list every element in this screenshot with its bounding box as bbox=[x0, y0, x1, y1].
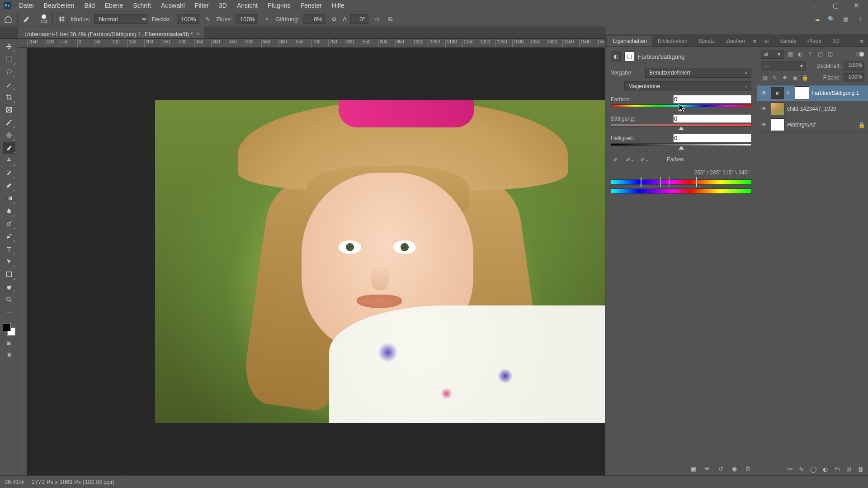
heal-tool[interactable] bbox=[3, 129, 15, 141]
group-icon[interactable]: 🗀 bbox=[833, 465, 841, 474]
hue-slider[interactable] bbox=[611, 104, 751, 108]
brush-preset-picker[interactable]: 213 bbox=[35, 13, 53, 25]
lock-position-icon[interactable]: ✥ bbox=[781, 74, 789, 82]
history-brush-tool[interactable] bbox=[3, 167, 15, 179]
hue-value-input[interactable] bbox=[673, 95, 751, 103]
tab-normal-trunc[interactable]: al bbox=[759, 36, 774, 47]
ruler-origin[interactable] bbox=[18, 39, 27, 48]
layer-row[interactable]: 👁 ◐ ⎘ Farbton/Sättigung 1 bbox=[757, 85, 868, 101]
visibility-icon[interactable]: 👁 bbox=[760, 89, 768, 97]
lock-artboard-icon[interactable]: ▣ bbox=[791, 74, 799, 82]
home-icon[interactable] bbox=[3, 14, 14, 24]
menu-auswahl[interactable]: Auswahl bbox=[156, 0, 189, 10]
trash-icon[interactable]: 🗑 bbox=[743, 465, 752, 474]
quickmask-icon[interactable]: ◙ bbox=[3, 337, 15, 348]
layer-row[interactable]: 👁 Hintergrund 🔒 bbox=[757, 117, 868, 133]
layer-kind-select[interactable]: al▾ bbox=[761, 50, 783, 59]
previous-state-icon[interactable]: ◉ bbox=[730, 465, 739, 474]
gradient-tool[interactable] bbox=[3, 192, 15, 204]
pen-tool[interactable] bbox=[3, 230, 15, 242]
layer-row[interactable]: 👁 child-1423447_1920 bbox=[757, 101, 868, 117]
info-chevron-icon[interactable]: 〉 bbox=[121, 478, 127, 486]
share-icon[interactable]: ⇪ bbox=[855, 14, 865, 24]
layer-name[interactable]: Farbton/Sättigung 1 bbox=[811, 90, 859, 96]
visibility-icon[interactable]: 👁 bbox=[760, 105, 768, 113]
preset-select[interactable]: Benutzerdefiniert ▾ bbox=[645, 68, 751, 78]
zoom-level[interactable]: 36,41% bbox=[5, 479, 24, 485]
targeted-adjust-icon[interactable] bbox=[611, 81, 622, 91]
document-canvas[interactable] bbox=[155, 100, 613, 423]
mask-icon[interactable]: ▢ bbox=[624, 52, 634, 61]
eyedropper-add-icon[interactable]: ✐₊ bbox=[625, 155, 634, 164]
blend-mode-select-layers[interactable]: —▾ bbox=[761, 61, 806, 70]
hue-range-strip-bottom[interactable] bbox=[611, 188, 751, 194]
dodge-tool[interactable] bbox=[3, 218, 15, 230]
layer-mask-icon[interactable]: ◯ bbox=[809, 465, 817, 474]
tab-kanaele[interactable]: Kanäle bbox=[774, 36, 802, 47]
opacity-pressure-icon[interactable]: ✎ bbox=[203, 14, 213, 24]
close-tab-icon[interactable]: × bbox=[197, 31, 200, 37]
saturation-value-input[interactable] bbox=[673, 114, 751, 123]
tab-absatz[interactable]: Absatz bbox=[693, 36, 720, 47]
screenmode-icon[interactable]: ▣ bbox=[3, 349, 15, 360]
link-layers-icon[interactable]: ⚯ bbox=[786, 465, 794, 474]
brush-tool[interactable] bbox=[3, 142, 15, 154]
color-swatch[interactable] bbox=[2, 323, 16, 336]
lock-all-icon[interactable]: 🔒 bbox=[801, 74, 809, 82]
foreground-color[interactable] bbox=[3, 323, 11, 331]
tab-pfade[interactable]: Pfade bbox=[802, 36, 827, 47]
menu-fenster[interactable]: Fenster bbox=[296, 0, 326, 10]
menu-plugins[interactable]: Plug-ins bbox=[263, 0, 295, 10]
menu-ansicht[interactable]: Ansicht bbox=[232, 0, 262, 10]
menu-schrift[interactable]: Schrift bbox=[128, 0, 156, 10]
eyedropper-icon[interactable]: ✐ bbox=[611, 155, 620, 164]
cloud-icon[interactable]: ☁ bbox=[812, 14, 822, 24]
edit-toolbar[interactable]: ⋯ bbox=[3, 306, 15, 318]
menu-hilfe[interactable]: Hilfe bbox=[327, 0, 349, 10]
opacity-input[interactable] bbox=[177, 14, 199, 24]
tab-3d[interactable]: 3D bbox=[827, 36, 844, 47]
hand-tool[interactable] bbox=[3, 281, 15, 293]
close-window-button[interactable]: ✕ bbox=[846, 0, 866, 10]
search-icon[interactable]: 🔍 bbox=[826, 14, 836, 24]
blend-mode-select[interactable]: Normal bbox=[94, 14, 148, 24]
marquee-tool[interactable] bbox=[3, 53, 15, 65]
lightness-slider[interactable] bbox=[611, 143, 751, 147]
visibility-icon[interactable]: 👁 bbox=[760, 121, 768, 129]
type-tool[interactable] bbox=[3, 243, 15, 255]
filter-smart-icon[interactable]: ◫ bbox=[826, 50, 834, 58]
eyedropper-tool[interactable] bbox=[3, 117, 15, 128]
path-select-tool[interactable] bbox=[3, 256, 15, 267]
new-layer-icon[interactable]: ⊞ bbox=[844, 465, 853, 474]
lock-transparent-icon[interactable]: ▨ bbox=[761, 74, 769, 82]
clone-tool[interactable] bbox=[3, 155, 15, 166]
move-tool[interactable] bbox=[3, 41, 15, 52]
blur-tool[interactable] bbox=[3, 205, 15, 217]
workspace-icon[interactable]: ▦ bbox=[841, 14, 851, 24]
saturation-slider[interactable] bbox=[611, 124, 751, 127]
maximize-button[interactable]: ▢ bbox=[826, 0, 845, 10]
eyedropper-sub-icon[interactable]: ✐₋ bbox=[640, 155, 649, 164]
zoom-tool[interactable] bbox=[3, 294, 15, 305]
tab-zeichen[interactable]: Zeichen bbox=[720, 36, 750, 47]
clip-to-layer-icon[interactable]: ▣ bbox=[689, 465, 698, 474]
lightness-value-input[interactable] bbox=[673, 134, 751, 142]
delete-layer-icon[interactable]: 🗑 bbox=[856, 465, 864, 474]
adjustment-layer-icon[interactable]: ◐ bbox=[821, 465, 829, 474]
menu-bild[interactable]: Bild bbox=[80, 0, 99, 10]
airbrush-icon[interactable]: ⌖ bbox=[262, 14, 272, 24]
brush-panel-toggle[interactable] bbox=[57, 14, 67, 24]
panel-menu-icon[interactable]: ≡ bbox=[750, 36, 760, 47]
menu-bearbeiten[interactable]: Bearbeiten bbox=[39, 0, 79, 10]
eraser-tool[interactable] bbox=[3, 180, 15, 192]
menu-ebene[interactable]: Ebene bbox=[100, 0, 127, 10]
shape-tool[interactable] bbox=[3, 268, 15, 280]
lasso-tool[interactable] bbox=[3, 66, 15, 78]
flow-input[interactable] bbox=[236, 14, 258, 24]
filter-adjust-icon[interactable]: ◐ bbox=[796, 50, 804, 58]
vertical-ruler[interactable] bbox=[18, 48, 27, 475]
layer-filter-icons[interactable]: ▦ ◐ T ▢ ◫ bbox=[786, 50, 834, 58]
angle-input[interactable] bbox=[350, 14, 368, 24]
menu-datei[interactable]: Datei bbox=[14, 0, 38, 10]
filter-toggle-switch[interactable] bbox=[855, 52, 864, 57]
